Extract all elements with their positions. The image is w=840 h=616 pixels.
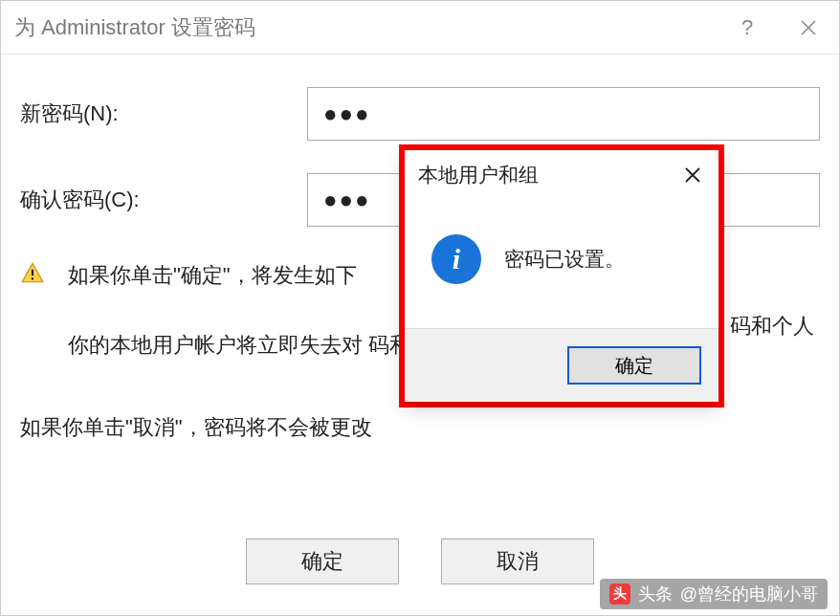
help-icon: ? [741,15,753,40]
close-button[interactable] [778,1,839,55]
warning-line-3: 如果你单击"取消"，密码将不会被更改 [20,411,820,443]
help-button[interactable]: ? [717,1,778,55]
popup-ok-button[interactable]: 确定 [567,346,701,385]
cancel-button[interactable]: 取消 [441,539,594,584]
watermark-prefix: 头条 [638,583,673,605]
popup-message: 密码已设置。 [504,246,625,273]
message-dialog: 本地用户和组 i 密码已设置。 确定 [405,150,718,402]
popup-titlebar: 本地用户和组 [405,150,718,200]
popup-title: 本地用户和组 [418,162,667,188]
close-icon [684,166,701,184]
dialog-buttons: 确定 取消 [1,539,839,584]
new-password-row: 新密码(N): [20,87,820,141]
close-icon [800,19,817,36]
new-password-input[interactable] [307,87,820,141]
set-password-dialog: 为 Administrator 设置密码 ? 新密码(N): 确认密码(C): [0,0,840,616]
watermark-text: @曾经的电脑小哥 [680,583,818,605]
window-title: 为 Administrator 设置密码 [14,13,717,42]
titlebar-actions: ? [717,1,839,55]
popup-footer: 确定 [405,328,718,402]
svg-rect-0 [32,270,33,276]
info-icon: i [431,234,481,284]
svg-rect-1 [32,277,33,279]
warning-icon [20,261,45,286]
popup-body: i 密码已设置。 [405,200,718,328]
titlebar: 为 Administrator 设置密码 ? [1,1,839,55]
obscured-text-fragment: 码和个人 [730,312,814,341]
watermark: 头 头条 @曾经的电脑小哥 [600,579,828,609]
watermark-logo-icon: 头 [609,583,630,605]
new-password-label: 新密码(N): [20,99,307,128]
ok-button[interactable]: 确定 [246,539,399,584]
popup-close-button[interactable] [667,150,718,200]
highlight-outline: 本地用户和组 i 密码已设置。 确定 [399,144,724,407]
confirm-password-label: 确认密码(C): [20,186,307,214]
